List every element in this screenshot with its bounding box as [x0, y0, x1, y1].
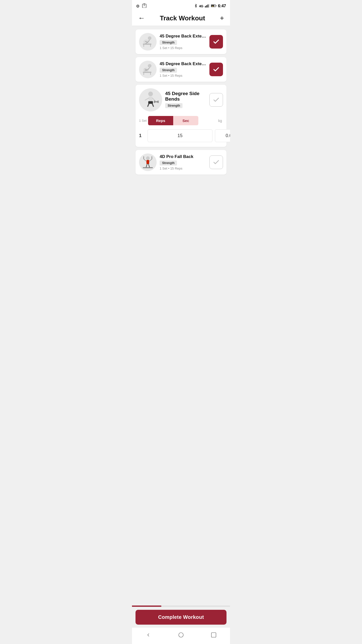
svg-rect-0 — [144, 4, 145, 5]
svg-point-25 — [148, 92, 153, 96]
reps-sec-tab-group: Reps Sec — [148, 116, 198, 125]
svg-rect-43 — [143, 167, 153, 168]
exercise-name-4: 4D Pro Fall Back — [160, 154, 206, 159]
check-button-4[interactable] — [209, 155, 223, 169]
tabs-row: 1 Set Reps Sec kg — [139, 116, 223, 125]
exercise-meta-2: 1 Set • 15 Reps — [160, 74, 206, 77]
time-display: 6:47 — [218, 4, 226, 8]
exercise-info-4: 4D Pro Fall Back Strength 1 Set • 15 Rep… — [160, 154, 206, 170]
svg-rect-22 — [143, 72, 151, 73]
status-bar: ⚙ 4G — [132, 0, 230, 11]
settings-icon: ⚙ — [136, 4, 140, 9]
recents-nav-button[interactable] — [206, 631, 221, 639]
svg-text:⚡: ⚡ — [212, 5, 214, 7]
svg-rect-14 — [143, 44, 151, 45]
status-bar-left: ⚙ — [136, 3, 147, 9]
svg-rect-30 — [154, 101, 155, 103]
svg-rect-29 — [154, 101, 158, 102]
exercise-list: 45 Degree Back Extension Ro... Strength … — [132, 26, 230, 606]
kg-column-label: kg — [218, 119, 223, 123]
svg-rect-36 — [147, 160, 149, 164]
exercise-meta-1: 1 Set • 15 Reps — [160, 46, 206, 50]
svg-marker-4 — [209, 4, 209, 8]
reps-input[interactable] — [148, 129, 212, 142]
complete-workout-button[interactable]: Complete Workout — [135, 610, 227, 625]
weight-input[interactable] — [215, 129, 230, 142]
svg-rect-34 — [148, 101, 153, 104]
check-button-3[interactable] — [209, 93, 223, 107]
clipboard-icon — [142, 3, 147, 9]
back-button[interactable]: ← — [137, 14, 146, 22]
svg-rect-1 — [205, 6, 206, 7]
exercise-name-1: 45 Degree Back Extension Ro... — [160, 34, 206, 39]
svg-point-35 — [146, 156, 150, 160]
exercise-card-3: 45 Degree Side Bends Strength 1 Set Reps… — [135, 85, 227, 147]
battery-icon: ⚡ — [211, 4, 216, 8]
exercise-avatar-1 — [139, 33, 157, 51]
exercise-card-2: 45 Degree Back Extensions Strength 1 Set… — [135, 57, 227, 82]
svg-rect-31 — [158, 101, 159, 103]
svg-point-44 — [179, 633, 183, 637]
svg-rect-45 — [211, 633, 216, 637]
exercise-card-1: 45 Degree Back Extension Ro... Strength … — [135, 29, 227, 54]
svg-point-18 — [143, 68, 149, 72]
svg-line-38 — [149, 159, 152, 161]
exercise-avatar-4 — [139, 153, 157, 171]
exercise-badge-2: Strength — [160, 68, 177, 73]
svg-rect-2 — [206, 5, 207, 7]
svg-line-27 — [145, 98, 149, 100]
nav-bar — [132, 628, 230, 644]
bluetooth-icon — [194, 4, 198, 9]
exercise-badge-4: Strength — [160, 160, 177, 166]
check-button-2[interactable] — [209, 63, 223, 76]
exercise-card-4: 4D Pro Fall Back Strength 1 Set • 15 Rep… — [135, 150, 227, 175]
complete-button-wrap: Complete Workout — [132, 607, 230, 628]
exercise-badge-1: Strength — [160, 40, 177, 45]
svg-point-9 — [148, 36, 151, 40]
header: ← Track Workout + — [132, 11, 230, 26]
svg-point-17 — [148, 64, 151, 67]
svg-line-42 — [149, 164, 150, 168]
svg-rect-3 — [207, 4, 208, 7]
exercise-badge-3: Strength — [165, 103, 183, 108]
exercise-avatar-3 — [139, 88, 162, 111]
exercise-meta-4: 1 Set • 15 Reps — [160, 167, 206, 170]
exercise-name-2: 45 Degree Back Extensions — [160, 61, 206, 66]
svg-line-37 — [144, 159, 147, 161]
status-bar-right: 4G ⚡ 6:47 — [194, 4, 226, 9]
page-title: Track Workout — [160, 14, 205, 22]
signal-bars-icon — [205, 4, 209, 8]
signal-4g-label: 4G — [199, 4, 203, 8]
sec-tab-button[interactable]: Sec — [173, 116, 198, 125]
exercise-info-1: 45 Degree Back Extension Ro... Strength … — [160, 34, 206, 50]
check-button-1[interactable] — [209, 35, 223, 49]
set-column-label: 1 Set — [139, 119, 148, 123]
home-nav-button[interactable] — [173, 631, 189, 639]
exercise-info-2: 45 Degree Back Extensions Strength 1 Set… — [160, 61, 206, 77]
add-button[interactable]: + — [219, 14, 225, 22]
exercise-info-3: 45 Degree Side Bends Strength — [165, 91, 206, 109]
exercise-name-3: 45 Degree Side Bends — [165, 91, 206, 102]
exercise-avatar-2 — [139, 61, 157, 78]
set-number: 1 — [139, 133, 145, 138]
reps-tab-button[interactable]: Reps — [148, 116, 173, 125]
back-nav-button[interactable] — [141, 631, 156, 639]
svg-rect-7 — [216, 5, 216, 6]
svg-line-41 — [146, 164, 147, 168]
set-data-row: 1 + — [139, 129, 223, 142]
